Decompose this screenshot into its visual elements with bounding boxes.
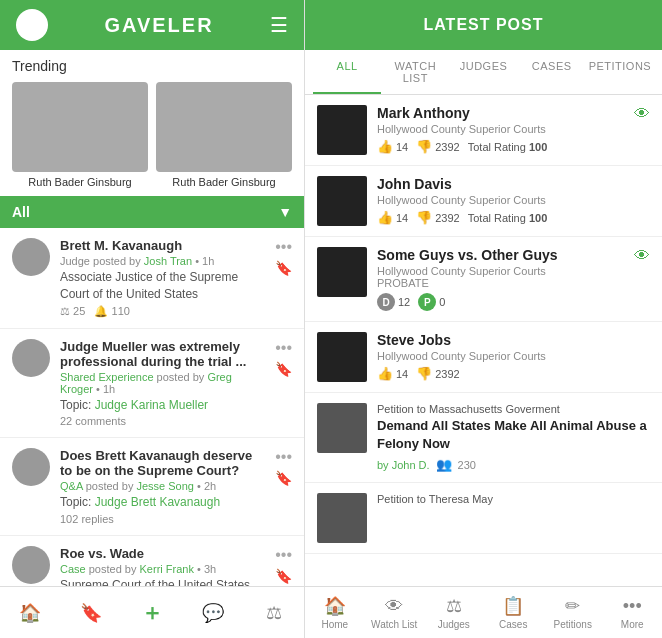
feed-stats: 22 comments xyxy=(60,415,265,427)
home-icon: 🏠 xyxy=(324,595,346,617)
feed-list: Brett M. Kavanaugh Judge posted by Josh … xyxy=(0,228,304,586)
right-nav-judges[interactable]: ⚖ Judges xyxy=(424,587,484,638)
bookmark-icon[interactable]: 🔖 xyxy=(275,361,292,377)
cases-icon: 📋 xyxy=(502,595,524,617)
feed-item: Brett M. Kavanaugh Judge posted by Josh … xyxy=(0,228,304,329)
feed-title: Brett M. Kavanaugh xyxy=(60,238,265,253)
post-title: Some Guys vs. Other Guys xyxy=(377,247,624,263)
right-nav-watchlist[interactable]: 👁 Watch List xyxy=(365,587,425,638)
left-nav-scales[interactable]: ⚖ xyxy=(243,587,304,638)
thumbs-count: 14 xyxy=(396,212,408,224)
right-nav-watchlist-label: Watch List xyxy=(371,619,417,630)
feed-title: Judge Mueller was extremely professional… xyxy=(60,339,265,369)
feed-content: Does Brett Kavanaugh deserve to be on th… xyxy=(60,448,265,525)
left-nav-bookmark[interactable]: 🔖 xyxy=(61,587,122,638)
post-type-link[interactable]: Q&A xyxy=(60,480,83,492)
eye-icon[interactable]: 👁 xyxy=(634,105,650,123)
alert-stat: 👎 2392 xyxy=(416,139,459,154)
post-type-link[interactable]: Shared Experience xyxy=(60,371,154,383)
home-icon: 🏠 xyxy=(19,602,41,624)
post-thumbnail xyxy=(317,493,367,543)
d-icon: D xyxy=(377,293,395,311)
feed-actions: ••• 🔖 xyxy=(275,238,292,276)
petition-item-animal: Petition to Massachusetts Goverment Dema… xyxy=(305,393,662,483)
feed-meta: Q&A posted by Jesse Song • 2h xyxy=(60,480,265,492)
petition-title: Demand All States Make All Animal Abuse … xyxy=(377,417,650,453)
more-icon[interactable]: ••• xyxy=(275,339,292,357)
post-title: Mark Anthony xyxy=(377,105,624,121)
feed-item: Does Brett Kavanaugh deserve to be on th… xyxy=(0,438,304,536)
left-nav-chat[interactable]: 💬 xyxy=(182,587,243,638)
tab-all[interactable]: ALL xyxy=(313,50,381,94)
post-thumbnail xyxy=(317,247,367,297)
feed-stats: 102 replies xyxy=(60,513,265,525)
alert-icon: 👎 xyxy=(416,366,432,381)
feed-meta: Shared Experience posted by Greg Kroger … xyxy=(60,371,265,395)
right-nav-home-label: Home xyxy=(321,619,348,630)
people-icon: 👥 xyxy=(436,457,452,472)
petition-item-theresa: Petition to Theresa May xyxy=(305,483,662,554)
p-icon: P xyxy=(418,293,436,311)
left-nav-add[interactable]: ＋ xyxy=(122,587,183,638)
right-nav-petitions[interactable]: ✏ Petitions xyxy=(543,587,603,638)
post-subtitle: Hollywood County Superior Courts xyxy=(377,265,624,277)
feed-stats: ⚖ 25 🔔 110 xyxy=(60,305,265,318)
feed-avatar xyxy=(12,546,50,584)
right-bottom-nav: 🏠 Home 👁 Watch List ⚖ Judges 📋 Cases ✏ P… xyxy=(305,586,662,638)
author-link[interactable]: Jesse Song xyxy=(136,480,193,492)
app-title: GAVELER xyxy=(104,14,213,37)
right-nav-more[interactable]: ••• More xyxy=(603,587,663,638)
judges-icon: ⚖ xyxy=(446,595,462,617)
left-bottom-nav: 🏠 🔖 ＋ 💬 ⚖ xyxy=(0,586,304,638)
alert-icon: 👎 xyxy=(416,210,432,225)
trending-card-2[interactable]: Ruth Bader Ginsburg xyxy=(156,82,292,188)
petition-content: Petition to Massachusetts Goverment Dema… xyxy=(377,403,650,472)
right-nav-judges-label: Judges xyxy=(438,619,470,630)
more-nav-icon: ••• xyxy=(623,596,642,617)
bookmark-icon[interactable]: 🔖 xyxy=(275,470,292,486)
post-type-link[interactable]: Case xyxy=(60,563,86,575)
trending-card-1[interactable]: Ruth Bader Ginsburg xyxy=(12,82,148,188)
bookmark-icon[interactable]: 🔖 xyxy=(275,260,292,276)
trending-name-2: Ruth Bader Ginsburg xyxy=(156,176,292,188)
post-content: Some Guys vs. Other Guys Hollywood Count… xyxy=(377,247,624,311)
right-nav-cases[interactable]: 📋 Cases xyxy=(484,587,544,638)
tab-cases[interactable]: CASES xyxy=(518,50,586,94)
tab-watchlist[interactable]: WATCH LIST xyxy=(381,50,449,94)
post-thumbnail xyxy=(317,332,367,382)
right-header: LATEST POST xyxy=(305,0,662,50)
feed-avatar xyxy=(12,238,50,276)
alert-count: 2392 xyxy=(435,141,459,153)
feed-item: Judge Mueller was extremely professional… xyxy=(0,329,304,439)
thumbs-stat: 👍 14 xyxy=(377,139,408,154)
trending-name-1: Ruth Bader Ginsburg xyxy=(12,176,148,188)
filter-icon[interactable]: ▼ xyxy=(278,204,292,220)
petition-content: Petition to Theresa May xyxy=(377,493,650,507)
feed-title: Roe vs. Wade xyxy=(60,546,265,561)
eye-icon[interactable]: 👁 xyxy=(634,247,650,265)
feed-topic: Topic: Judge Karina Mueller xyxy=(60,397,265,414)
feed-actions: ••• 🔖 xyxy=(275,339,292,377)
bookmark-icon[interactable]: 🔖 xyxy=(275,568,292,584)
feed-meta: Case posted by Kerri Frank • 3h xyxy=(60,563,265,575)
right-nav-home[interactable]: 🏠 Home xyxy=(305,587,365,638)
menu-icon[interactable]: ☰ xyxy=(270,13,288,37)
author-link[interactable]: Josh Tran xyxy=(144,255,192,267)
alert-count: 2392 xyxy=(435,212,459,224)
left-nav-home[interactable]: 🏠 xyxy=(0,587,61,638)
feed-meta: Judge posted by Josh Tran • 1h xyxy=(60,255,265,267)
tab-judges[interactable]: JUDGES xyxy=(449,50,517,94)
feed-title: Does Brett Kavanaugh deserve to be on th… xyxy=(60,448,265,478)
post-stats: 👍 14 👎 2392 Total Rating 100 xyxy=(377,139,624,154)
post-subtitle: Hollywood County Superior Courts xyxy=(377,194,650,206)
thumbs-icon: 👍 xyxy=(377,210,393,225)
more-icon[interactable]: ••• xyxy=(275,546,292,564)
post-content: John Davis Hollywood County Superior Cou… xyxy=(377,176,650,225)
petition-meta: by John D. 👥 230 xyxy=(377,457,650,472)
tab-petitions[interactable]: PETITIONS xyxy=(586,50,654,94)
right-nav-petitions-label: Petitions xyxy=(554,619,592,630)
author-link[interactable]: Kerri Frank xyxy=(140,563,194,575)
more-icon[interactable]: ••• xyxy=(275,448,292,466)
more-icon[interactable]: ••• xyxy=(275,238,292,256)
thumbs-count: 14 xyxy=(396,368,408,380)
